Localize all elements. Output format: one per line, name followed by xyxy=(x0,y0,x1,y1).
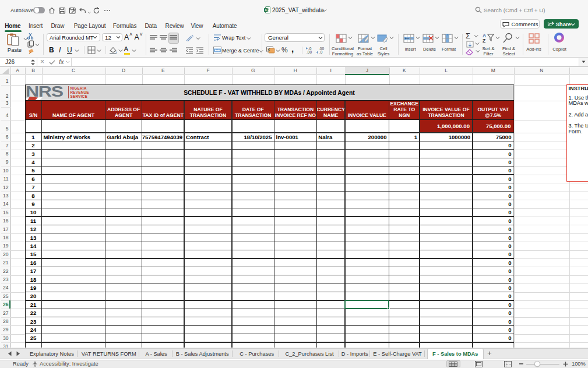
svg-text:K: K xyxy=(267,48,270,52)
svg-text:.00: .00 xyxy=(307,50,312,54)
svg-text:Z: Z xyxy=(483,38,485,44)
svg-text:.0: .0 xyxy=(319,50,323,54)
svg-text:X: X xyxy=(265,8,267,12)
